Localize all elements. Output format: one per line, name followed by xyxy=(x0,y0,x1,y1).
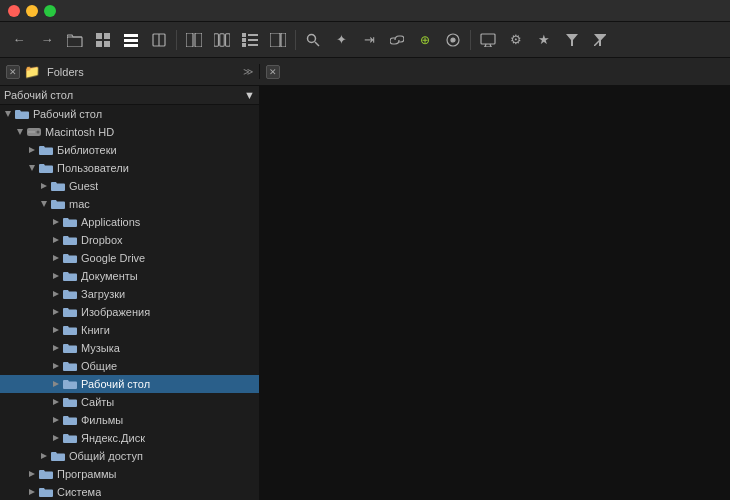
svg-rect-3 xyxy=(96,41,102,47)
folder-icon xyxy=(38,160,54,176)
tree-expand-arrow xyxy=(38,195,50,213)
folder-icon xyxy=(62,232,78,248)
tree-item-label: Документы xyxy=(81,270,138,282)
svg-marker-34 xyxy=(5,111,11,117)
svg-rect-4 xyxy=(104,41,110,47)
right-panel xyxy=(260,86,730,500)
svg-rect-1 xyxy=(96,33,102,39)
svg-marker-35 xyxy=(17,129,23,135)
tree-item[interactable]: Dropbox xyxy=(0,231,259,249)
nav-forward-button[interactable]: → xyxy=(34,27,60,53)
action-button[interactable] xyxy=(440,27,466,53)
tree-item[interactable]: Документы xyxy=(0,267,259,285)
filter2-button[interactable] xyxy=(587,27,613,53)
preview-button[interactable] xyxy=(265,27,291,53)
tree-item[interactable]: Общие xyxy=(0,357,259,375)
svg-rect-19 xyxy=(242,43,246,47)
svg-marker-55 xyxy=(53,435,59,441)
tree-expand-arrow xyxy=(50,339,62,357)
tree-item[interactable]: Applications xyxy=(0,213,259,231)
right-panel-close[interactable]: ✕ xyxy=(266,65,280,79)
monitor-button[interactable] xyxy=(475,27,501,53)
grid-view-button[interactable] xyxy=(90,27,116,53)
filter1-button[interactable] xyxy=(559,27,585,53)
tree-item-label: Рабочий стол xyxy=(81,378,150,390)
svg-rect-20 xyxy=(248,44,258,46)
titlebar xyxy=(0,0,730,22)
panel-split-button[interactable] xyxy=(181,27,207,53)
maximize-button[interactable] xyxy=(44,5,56,17)
tree-item[interactable]: Программы xyxy=(0,465,259,483)
toggle-view-button[interactable] xyxy=(146,27,172,53)
left-panel: Рабочий стол ▼ Рабочий столMacintosh HDБ… xyxy=(0,86,260,500)
tree-item-label: mac xyxy=(69,198,90,210)
tree-item[interactable]: Рабочий стол xyxy=(0,105,259,123)
tree-expand-arrow xyxy=(26,141,38,159)
svg-rect-13 xyxy=(220,33,224,45)
tree-item[interactable]: Загрузки xyxy=(0,285,259,303)
tree-item[interactable]: Guest xyxy=(0,177,259,195)
link-button[interactable] xyxy=(384,27,410,53)
tree-item[interactable]: Изображения xyxy=(0,303,259,321)
tree-item[interactable]: Система xyxy=(0,483,259,500)
svg-marker-42 xyxy=(41,201,47,207)
dropdown-value: Рабочий стол xyxy=(4,89,73,101)
tree-item[interactable]: Сайты xyxy=(0,393,259,411)
tree-item-label: Фильмы xyxy=(81,414,123,426)
list-view-button[interactable] xyxy=(118,27,144,53)
tree-item[interactable]: Google Drive xyxy=(0,249,259,267)
folder-icon xyxy=(62,214,78,230)
svg-marker-48 xyxy=(53,309,59,315)
tree-item[interactable]: Пользователи xyxy=(0,159,259,177)
tree-item[interactable]: Музыка xyxy=(0,339,259,357)
badge-button[interactable]: ⊕ xyxy=(412,27,438,53)
tree-item[interactable]: Рабочий стол xyxy=(0,375,259,393)
svg-rect-2 xyxy=(104,33,110,39)
location-dropdown[interactable]: Рабочий стол ▼ xyxy=(0,86,259,105)
tree-item[interactable]: Библиотеки xyxy=(0,141,259,159)
tree-expand-arrow xyxy=(50,267,62,285)
search-button[interactable] xyxy=(300,27,326,53)
svg-rect-15 xyxy=(242,33,246,37)
toolbar-separator-3 xyxy=(470,30,471,50)
star-button[interactable]: ★ xyxy=(531,27,557,53)
svg-rect-22 xyxy=(281,33,286,47)
tree-item[interactable]: Общий доступ xyxy=(0,447,259,465)
tag-button[interactable]: ✦ xyxy=(328,27,354,53)
tree-expand-arrow xyxy=(50,375,62,393)
tree-item-label: Музыка xyxy=(81,342,120,354)
folder-icon xyxy=(62,394,78,410)
svg-point-37 xyxy=(37,131,40,134)
tree-item-label: Книги xyxy=(81,324,110,336)
close-button[interactable] xyxy=(8,5,20,17)
tree-item[interactable]: Фильмы xyxy=(0,411,259,429)
svg-marker-58 xyxy=(29,489,35,495)
tree-expand-arrow xyxy=(38,177,50,195)
minimize-button[interactable] xyxy=(26,5,38,17)
svg-point-23 xyxy=(308,34,316,42)
folder-icon xyxy=(62,268,78,284)
svg-marker-57 xyxy=(29,471,35,477)
open-folder-button[interactable] xyxy=(62,27,88,53)
svg-rect-17 xyxy=(242,38,246,42)
sync-button[interactable]: ⇥ xyxy=(356,27,382,53)
tree-item[interactable]: Macintosh HD xyxy=(0,123,259,141)
tree-item-label: Applications xyxy=(81,216,140,228)
svg-marker-41 xyxy=(41,183,47,189)
tree-item[interactable]: mac xyxy=(0,195,259,213)
expand-button[interactable]: ≫ xyxy=(243,66,253,77)
settings-button[interactable]: ⚙ xyxy=(503,27,529,53)
svg-rect-11 xyxy=(195,33,202,47)
panels: Рабочий стол ▼ Рабочий столMacintosh HDБ… xyxy=(0,86,730,500)
tree-expand-arrow xyxy=(14,123,26,141)
tree-item[interactable]: Яндекс.Диск xyxy=(0,429,259,447)
detail-view-button[interactable] xyxy=(237,27,263,53)
tree-expand-arrow xyxy=(38,447,50,465)
tree-item-label: Dropbox xyxy=(81,234,123,246)
columns-button[interactable] xyxy=(209,27,235,53)
tree-expand-arrow xyxy=(26,483,38,500)
nav-back-button[interactable]: ← xyxy=(6,27,32,53)
left-panel-close[interactable]: ✕ xyxy=(6,65,20,79)
tree-item[interactable]: Книги xyxy=(0,321,259,339)
tree-item-label: Система xyxy=(57,486,101,498)
